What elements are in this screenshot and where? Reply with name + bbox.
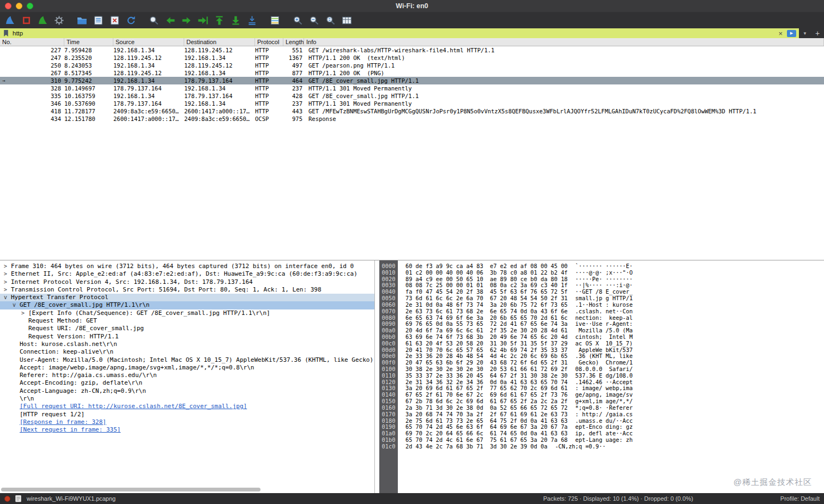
packet-row-335[interactable]: 33510.163759192.168.1.34178.79.137.164HT…	[0, 92, 824, 100]
zoom-out-icon[interactable]	[307, 14, 320, 27]
close-file-icon[interactable]	[108, 14, 121, 27]
resize-columns-icon[interactable]	[340, 14, 353, 27]
detail-line[interactable]: vGET /8E_cover_small.jpg HTTP/1.1\r\n	[0, 301, 374, 309]
column-header-source[interactable]: Source	[113, 38, 184, 46]
filter-apply-button[interactable]: ▶	[787, 30, 796, 37]
detail-line[interactable]: vHypertext Transfer Protocol	[0, 294, 374, 301]
expand-arrow-icon[interactable]: >	[21, 309, 25, 317]
display-filter-input[interactable]: http × ▶	[0, 28, 799, 38]
detail-line[interactable]: >Frame 310: 464 bytes on wire (3712 bits…	[0, 263, 374, 270]
cell-length: 975	[283, 115, 304, 123]
minimize-window-button[interactable]	[16, 3, 22, 9]
go-forward-icon[interactable]	[180, 14, 193, 27]
expert-info-icon[interactable]	[4, 496, 10, 502]
row-marker	[0, 46, 8, 54]
cell-length: 1367	[283, 54, 304, 62]
save-file-icon[interactable]	[92, 14, 105, 27]
detail-link[interactable]: [Full request URI: http://kurose.cslash.…	[0, 403, 374, 410]
column-header-protocol[interactable]: Protocol	[255, 38, 283, 46]
go-to-packet-icon[interactable]	[196, 14, 209, 27]
packet-row-310[interactable]: →3109.775242192.168.1.34178.79.137.164HT…	[0, 77, 824, 84]
stop-capture-icon[interactable]	[20, 14, 33, 27]
packet-list: 2277.959428192.168.1.34128.119.245.12HTT…	[0, 46, 824, 260]
profile-label[interactable]: Profile: Default	[780, 495, 820, 502]
packet-row-328[interactable]: 32810.149697178.79.137.164192.168.1.34HT…	[0, 84, 824, 92]
hex-row-0160[interactable]: 01602a 3b 71 3d 30 2e 38 0d 0a 52 65 66 …	[375, 405, 824, 411]
hex-row-00c0[interactable]: 00c061 63 20 4f 53 20 58 20 31 30 5f 31 …	[375, 341, 824, 347]
detail-line[interactable]: >Internet Protocol Version 4, Src: 192.1…	[0, 278, 374, 286]
find-packet-icon[interactable]	[147, 14, 160, 27]
hex-row-0110[interactable]: 011035 33 37 2e 33 36 20 45 64 67 2f 31 …	[375, 373, 824, 379]
go-to-bottom-icon[interactable]	[229, 14, 242, 27]
column-header-no[interactable]: No.	[0, 38, 64, 46]
detail-line[interactable]: >Transmission Control Protocol, Src Port…	[0, 286, 374, 294]
zoom-in-icon[interactable]	[291, 14, 304, 27]
row-marker	[0, 115, 8, 123]
packet-row-267[interactable]: 2678.517345128.119.245.12192.168.1.34HTT…	[0, 69, 824, 77]
detail-line[interactable]: User-Agent: Mozilla/5.0 (Macintosh; Inte…	[0, 356, 374, 364]
expand-arrow-icon[interactable]: >	[4, 270, 7, 278]
detail-line[interactable]: Request Version: HTTP/1.1	[0, 333, 374, 341]
details-horizontal-scrollbar[interactable]	[1, 488, 260, 491]
detail-line[interactable]: \r\n	[0, 395, 374, 403]
capture-comment-icon[interactable]	[15, 495, 22, 503]
colorize-icon[interactable]	[268, 14, 281, 27]
detail-line[interactable]: Request URI: /8E_cover_small.jpg	[0, 325, 374, 332]
detail-line[interactable]: >Ethernet II, Src: Apple_e2:ed:af (a4:83…	[0, 270, 374, 278]
reload-file-icon[interactable]	[124, 14, 137, 27]
hex-row-0170[interactable]: 01703a 20 68 74 74 70 3a 2f 2f 67 61 69 …	[375, 411, 824, 418]
restart-capture-icon[interactable]	[36, 14, 49, 27]
collapse-arrow-icon[interactable]: v	[4, 294, 7, 301]
detail-line[interactable]: Referer: http://gaia.cs.umass.edu/\r\n	[0, 372, 374, 379]
hex-offset: 00b0	[379, 334, 398, 341]
go-back-icon[interactable]	[163, 14, 177, 27]
column-header-time[interactable]: Time	[64, 38, 113, 46]
go-to-top-icon[interactable]	[213, 14, 226, 27]
filter-add-button[interactable]: +	[811, 28, 824, 38]
hex-bytes: 2e 31 34 36 32 2e 34 36 0d 0a 41 63 63 6…	[405, 379, 568, 385]
detail-line[interactable]: Accept-Language: zh-CN,zh;q=0.9\r\n	[0, 387, 374, 395]
hex-row-00b0[interactable]: 00b063 69 6e 74 6f 73 68 3b 20 49 6e 74 …	[375, 334, 824, 341]
column-header-destination[interactable]: Destination	[184, 38, 255, 46]
expand-arrow-icon[interactable]: >	[4, 263, 7, 270]
packet-row-227[interactable]: 2277.959428192.168.1.34128.119.245.12HTT…	[0, 46, 824, 54]
capture-options-icon[interactable]	[52, 14, 65, 27]
hex-ascii: ip, defl ate··Acc	[575, 430, 633, 436]
filter-dropdown-icon[interactable]: ▼	[799, 28, 811, 38]
column-header-length[interactable]: Length	[283, 38, 304, 46]
hex-row-01c0[interactable]: 01c02d 43 4e 2c 7a 68 3b 71 3d 30 2e 39 …	[375, 444, 824, 450]
detail-link[interactable]: [Response in frame: 328]	[0, 418, 374, 426]
packet-row-250[interactable]: 2508.243053192.168.1.34128.119.245.12HTT…	[0, 62, 824, 69]
packet-row-434[interactable]: 43412.1517802600:1417:a000::17…2409:8a3c…	[0, 115, 824, 123]
column-header-info[interactable]: Info	[304, 38, 824, 46]
detail-line[interactable]: Host: kurose.cslash.net\r\n	[0, 341, 374, 348]
zoom-window-button[interactable]	[27, 3, 33, 9]
filter-bookmark-icon[interactable]	[3, 29, 9, 37]
collapse-arrow-icon[interactable]: v	[13, 301, 16, 309]
hex-row-0010[interactable]: 001001 c2 00 00 40 00 40 06 3b 78 c0 a8 …	[375, 270, 824, 276]
hex-row-0070[interactable]: 00702e 63 73 6c 61 73 68 2e 6e 65 74 0d …	[375, 308, 824, 315]
open-file-icon[interactable]	[75, 14, 88, 27]
detail-link[interactable]: [Next request in frame: 335]	[0, 426, 374, 434]
auto-scroll-icon[interactable]	[245, 14, 258, 27]
detail-line[interactable]: [HTTP request 1/2]	[0, 411, 374, 418]
start-capture-icon[interactable]	[3, 14, 16, 27]
detail-line[interactable]: Accept-Encoding: gzip, deflate\r\n	[0, 379, 374, 387]
detail-line[interactable]: Request Method: GET	[0, 317, 374, 325]
packet-row-247[interactable]: 2478.235520128.119.245.12192.168.1.34HTT…	[0, 54, 824, 62]
hex-bytes: 2d 43 4e 2c 7a 68 3b 71 3d 30 2e 39 0d 0…	[405, 443, 547, 450]
hex-row-0060[interactable]: 00602e 31 0d 0a 48 6f 73 74 3a 20 6b 75 …	[375, 302, 824, 308]
detail-line[interactable]: Accept: image/webp,image/apng,image/svg+…	[0, 364, 374, 372]
packet-row-346[interactable]: 34610.537690178.79.137.164192.168.1.34HT…	[0, 100, 824, 107]
cell-length: 428	[283, 92, 304, 100]
hex-row-01b0[interactable]: 01b065 70 74 2d 4c 61 6e 67 75 61 67 65 …	[375, 437, 824, 444]
close-window-button[interactable]	[5, 3, 11, 9]
packet-row-418[interactable]: 41811.7281772409:8a3c:e59:6650…2600:1417…	[0, 107, 824, 115]
cell-destination: 128.119.245.12	[184, 62, 255, 69]
detail-line[interactable]: Connection: keep-alive\r\n	[0, 348, 374, 356]
expand-arrow-icon[interactable]: >	[4, 286, 7, 294]
filter-clear-icon[interactable]: ×	[778, 30, 783, 37]
expand-arrow-icon[interactable]: >	[4, 278, 7, 286]
zoom-original-icon[interactable]	[324, 14, 337, 27]
detail-line[interactable]: >[Expert Info (Chat/Sequence): GET /8E_c…	[0, 309, 374, 317]
